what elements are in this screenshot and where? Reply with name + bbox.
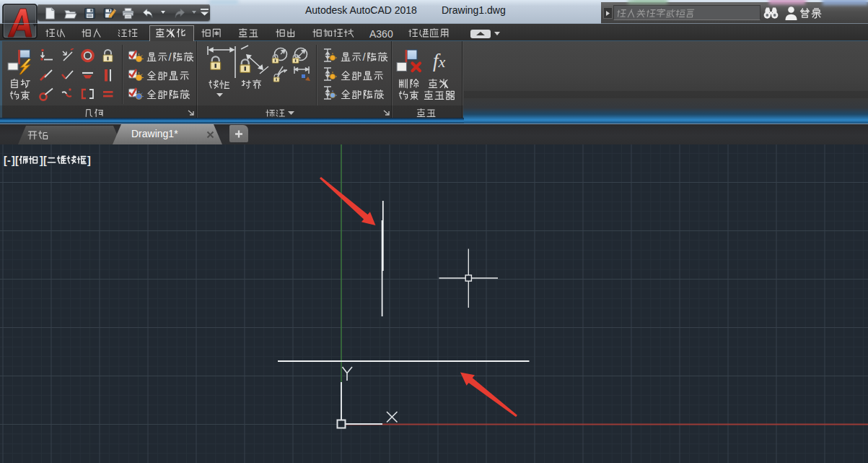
svg-text:/: / <box>362 51 366 63</box>
svg-text:-: - <box>7 155 11 166</box>
svg-text:/: / <box>168 51 172 63</box>
svg-text:]: ] <box>40 155 43 166</box>
svg-text:]: ] <box>12 155 15 166</box>
svg-text:]: ] <box>87 155 91 166</box>
